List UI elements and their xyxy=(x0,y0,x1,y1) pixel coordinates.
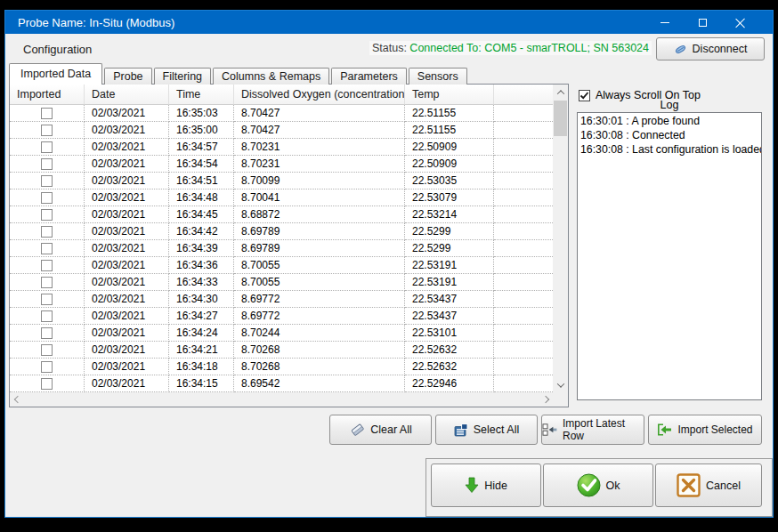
row-imported-checkbox[interactable] xyxy=(41,277,53,288)
column-header-dissolved-oxygen-concentration-[interactable]: Dissolved Oxygen (concentration) xyxy=(234,85,405,105)
log-entry: 16:30:01 : A probe found xyxy=(580,114,758,128)
scroll-left-button[interactable] xyxy=(10,392,25,407)
hide-button[interactable]: Hide xyxy=(431,463,541,507)
import-latest-row-button[interactable]: Import Latest Row xyxy=(541,415,644,445)
row-imported-checkbox[interactable] xyxy=(41,175,53,187)
log-label: Log xyxy=(577,99,762,111)
scroll-up-button[interactable] xyxy=(553,85,568,100)
cell-date: 02/03/2021 xyxy=(85,325,169,342)
cell-temp: 22.53101 xyxy=(405,325,494,342)
table-row[interactable]: 02/03/202116:34:488.7004122.53079 xyxy=(10,189,553,206)
disconnect-label: Disconnect xyxy=(693,43,748,55)
row-imported-checkbox[interactable] xyxy=(41,344,53,356)
column-header-temp[interactable]: Temp xyxy=(405,85,494,105)
table-row[interactable]: 02/03/202116:34:158.6954222.52946 xyxy=(10,375,553,392)
row-imported-checkbox[interactable] xyxy=(41,108,53,119)
row-imported-checkbox[interactable] xyxy=(41,243,53,254)
cell-time: 16:34:51 xyxy=(169,173,234,189)
cell-date: 02/03/2021 xyxy=(85,189,169,206)
select-all-button[interactable]: Select All xyxy=(435,415,538,445)
cell-temp: 22.53191 xyxy=(405,257,494,274)
vertical-scroll-thumb[interactable] xyxy=(554,101,567,136)
cell-imported xyxy=(10,206,85,223)
table-row[interactable]: 02/03/202116:34:458.6887222.53214 xyxy=(10,206,553,223)
scroll-right-icon xyxy=(541,396,548,403)
ok-button[interactable]: Ok xyxy=(543,463,653,507)
table-row[interactable]: 02/03/202116:34:188.7026822.52632 xyxy=(10,359,553,375)
table-row[interactable]: 02/03/202116:35:038.7042722.51155 xyxy=(10,105,553,122)
tab-probe[interactable]: Probe xyxy=(104,68,151,85)
row-imported-checkbox[interactable] xyxy=(41,209,53,221)
table-row[interactable]: 02/03/202116:34:278.6977222.53437 xyxy=(10,308,553,325)
row-imported-checkbox[interactable] xyxy=(41,226,53,238)
table-row[interactable]: 02/03/202116:34:548.7023122.50909 xyxy=(10,156,553,173)
cell-time: 16:34:24 xyxy=(169,325,234,342)
tab-sensors[interactable]: Sensors xyxy=(409,68,467,85)
table-row[interactable]: 02/03/202116:34:308.6977222.53437 xyxy=(10,291,553,308)
cancel-x-icon xyxy=(677,473,701,497)
column-header-date[interactable]: Date xyxy=(85,85,169,105)
table-row[interactable]: 02/03/202116:34:518.7009922.53035 xyxy=(10,173,553,189)
cell-date: 02/03/2021 xyxy=(85,173,169,189)
column-header-time[interactable]: Time xyxy=(169,85,234,105)
cell-dissolved-oxygen: 8.69772 xyxy=(234,291,405,308)
row-imported-checkbox[interactable] xyxy=(41,158,53,170)
table-row[interactable]: 02/03/202116:34:428.6978922.5299 xyxy=(10,223,553,240)
table-row[interactable]: 02/03/202116:34:398.6978922.5299 xyxy=(10,240,553,257)
disconnect-button[interactable]: Disconnect xyxy=(656,37,765,60)
scroll-down-button[interactable] xyxy=(553,377,568,392)
cell-imported xyxy=(10,156,85,173)
vertical-scrollbar[interactable] xyxy=(553,85,568,392)
ok-label: Ok xyxy=(606,480,620,492)
cell-date: 02/03/2021 xyxy=(85,206,169,223)
row-imported-checkbox[interactable] xyxy=(41,192,53,204)
clear-all-label: Clear All xyxy=(370,423,412,436)
tab-imported-data[interactable]: Imported Data xyxy=(9,63,102,85)
log-box[interactable]: 16:30:01 : A probe found16:30:08 : Conne… xyxy=(577,112,762,400)
table-row[interactable]: 02/03/202116:34:248.7024422.53101 xyxy=(10,325,553,342)
cell-time: 16:34:33 xyxy=(169,274,234,291)
scroll-up-icon xyxy=(556,90,563,97)
clear-all-button[interactable]: Clear All xyxy=(329,415,432,445)
cell-imported xyxy=(10,375,85,392)
cell-filler xyxy=(494,257,553,274)
tab-columns-remaps[interactable]: Columns & Remaps xyxy=(213,68,329,85)
table-row[interactable]: 02/03/202116:34:338.7005522.53191 xyxy=(10,274,553,291)
cell-imported xyxy=(10,189,85,206)
scroll-right-button[interactable] xyxy=(538,392,553,407)
cell-temp: 22.51155 xyxy=(405,105,494,122)
row-imported-checkbox[interactable] xyxy=(41,260,53,271)
table-row[interactable]: 02/03/202116:35:008.7042722.51155 xyxy=(10,122,553,139)
cell-temp: 22.5299 xyxy=(405,240,494,257)
row-imported-checkbox[interactable] xyxy=(41,294,53,305)
row-imported-checkbox[interactable] xyxy=(41,125,53,136)
maximize-button[interactable] xyxy=(684,11,721,34)
row-imported-checkbox[interactable] xyxy=(41,378,53,390)
column-header-imported[interactable]: Imported xyxy=(10,85,85,105)
cell-date: 02/03/2021 xyxy=(85,342,169,359)
cell-filler xyxy=(494,291,553,308)
horizontal-scrollbar[interactable] xyxy=(10,392,553,407)
minimize-button[interactable] xyxy=(646,11,684,34)
cell-date: 02/03/2021 xyxy=(85,139,169,156)
import-selected-button[interactable]: Import Selected xyxy=(648,415,762,445)
table-row[interactable]: 02/03/202116:34:578.7023122.50909 xyxy=(10,139,553,156)
tab-parameters[interactable]: Parameters xyxy=(331,68,407,85)
cell-temp: 22.53079 xyxy=(405,189,494,206)
row-imported-checkbox[interactable] xyxy=(41,141,53,153)
row-imported-checkbox[interactable] xyxy=(41,361,53,373)
tab-filtering[interactable]: Filtering xyxy=(154,68,211,85)
title-bar[interactable]: Probe Name: In-Situ (Modbus) xyxy=(5,11,773,34)
log-entry: 16:30:08 : Connected xyxy=(580,128,758,142)
close-button[interactable] xyxy=(721,11,758,34)
cell-filler xyxy=(494,139,553,156)
cell-imported xyxy=(10,173,85,189)
table-row[interactable]: 02/03/202116:34:368.7005522.53191 xyxy=(10,257,553,274)
row-imported-checkbox[interactable] xyxy=(41,327,53,339)
table-row[interactable]: 02/03/202116:34:218.7026822.52632 xyxy=(10,342,553,359)
row-imported-checkbox[interactable] xyxy=(41,310,53,322)
cell-date: 02/03/2021 xyxy=(85,274,169,291)
cell-dissolved-oxygen: 8.70427 xyxy=(234,122,405,139)
cancel-button[interactable]: Cancel xyxy=(655,463,762,507)
cell-date: 02/03/2021 xyxy=(85,291,169,308)
